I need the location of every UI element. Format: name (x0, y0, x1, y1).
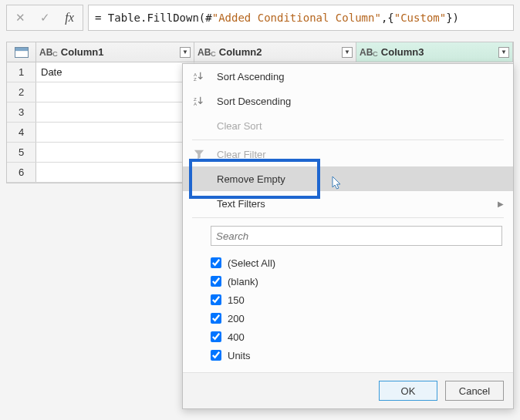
check-label: 400 (228, 331, 245, 343)
type-any-icon: ABC (360, 47, 378, 58)
formula-text: }) (446, 12, 459, 24)
menu-label: Remove Empty (217, 173, 504, 185)
column-header-column1[interactable]: ABC Column1 ▼ (36, 42, 194, 62)
type-any-icon: ABC (198, 47, 216, 58)
clear-sort-item: Clear Sort (183, 113, 513, 138)
filter-value-select-all[interactable]: (Select All) (211, 254, 502, 272)
checkbox[interactable] (211, 313, 221, 324)
row-header[interactable]: 6 (7, 163, 36, 182)
accept-formula-icon[interactable]: ✓ (36, 11, 53, 25)
formula-controls: ✕ ✓ fx (6, 5, 83, 31)
checkbox[interactable] (211, 257, 221, 268)
menu-separator (192, 217, 504, 218)
check-label: (Select All) (228, 257, 275, 269)
column-filter-menu: AZ Sort Ascending ZA Sort Descending Cle… (182, 63, 514, 409)
sort-desc-icon: ZA (192, 96, 206, 106)
menu-label: Sort Descending (217, 96, 504, 107)
grid-header: ABC Column1 ▼ ABC Column2 ▼ ABC Column3 … (7, 42, 513, 62)
chevron-down-icon[interactable]: ▼ (498, 47, 509, 58)
table-icon (15, 47, 29, 58)
chevron-right-icon: ▶ (498, 200, 504, 208)
filter-value-400[interactable]: 400 (211, 328, 502, 346)
check-label: 150 (228, 294, 245, 306)
formula-text: = Table.FillDown(# (95, 12, 212, 24)
menu-label: Clear Filter (217, 149, 504, 160)
type-any-icon: ABC (39, 47, 58, 58)
row-header[interactable]: 5 (7, 143, 36, 162)
cell[interactable] (36, 123, 194, 142)
checkbox[interactable] (211, 331, 221, 342)
ok-button[interactable]: OK (379, 381, 437, 401)
menu-separator (192, 139, 504, 140)
fx-icon[interactable]: fx (61, 11, 78, 25)
filter-value-blank[interactable]: (blank) (211, 272, 502, 291)
formula-text: ,{ (381, 12, 394, 24)
formula-string: "Custom" (394, 12, 446, 24)
row-header[interactable]: 3 (7, 102, 36, 122)
checkbox[interactable] (211, 276, 221, 287)
row-header[interactable]: 2 (7, 82, 36, 102)
column-header-column2[interactable]: ABC Column2 ▼ (194, 42, 356, 62)
select-all-corner[interactable] (7, 42, 36, 62)
sort-asc-icon: AZ (192, 71, 206, 82)
check-label: 200 (228, 313, 245, 324)
checkbox[interactable] (211, 350, 221, 361)
row-header[interactable]: 4 (7, 123, 36, 142)
formula-input[interactable]: = Table.FillDown(#"Added Conditional Col… (88, 5, 514, 31)
chevron-down-icon[interactable]: ▼ (342, 47, 353, 58)
filter-value-200[interactable]: 200 (211, 309, 502, 328)
filter-value-units[interactable]: Units (211, 346, 502, 365)
clear-filter-item: Clear Filter (183, 142, 513, 166)
sort-ascending-item[interactable]: AZ Sort Ascending (183, 64, 513, 89)
filter-values-list: (Select All) (blank) 150 200 400 Units (183, 249, 513, 372)
cancel-button[interactable]: Cancel (445, 381, 504, 401)
filter-buttons: OK Cancel (183, 372, 513, 408)
menu-label: Text Filters (217, 198, 487, 210)
row-header[interactable]: 1 (7, 62, 36, 82)
cell[interactable] (36, 163, 194, 182)
remove-empty-item[interactable]: Remove Empty (183, 166, 513, 191)
text-filters-item[interactable]: Text Filters ▶ (183, 191, 513, 216)
sort-descending-item[interactable]: ZA Sort Descending (183, 89, 513, 113)
svg-text:Z: Z (194, 76, 197, 82)
filter-icon (192, 149, 206, 160)
cell[interactable]: Date (36, 62, 194, 82)
filter-search-input[interactable] (211, 226, 502, 246)
filter-search-wrap (183, 220, 513, 249)
cell[interactable] (36, 102, 194, 122)
column-name: Column2 (219, 46, 339, 58)
column-header-column3[interactable]: ABC Column3 ▼ (356, 42, 513, 62)
check-label: Units (228, 350, 251, 361)
svg-text:A: A (194, 101, 198, 106)
menu-label: Sort Ascending (217, 71, 504, 82)
checkbox[interactable] (211, 294, 221, 305)
formula-bar: ✕ ✓ fx = Table.FillDown(#"Added Conditio… (0, 0, 520, 31)
cell[interactable] (36, 143, 194, 162)
column-name: Column1 (61, 46, 177, 58)
button-label: Cancel (459, 385, 490, 397)
button-label: OK (401, 385, 416, 397)
formula-string: "Added Conditional Column" (212, 12, 381, 24)
chevron-down-icon[interactable]: ▼ (180, 47, 191, 58)
column-name: Column3 (381, 46, 495, 58)
cancel-formula-icon[interactable]: ✕ (12, 11, 29, 25)
cell[interactable] (36, 82, 194, 102)
menu-label: Clear Sort (217, 120, 504, 132)
filter-value-150[interactable]: 150 (211, 291, 502, 309)
check-label: (blank) (228, 276, 258, 287)
